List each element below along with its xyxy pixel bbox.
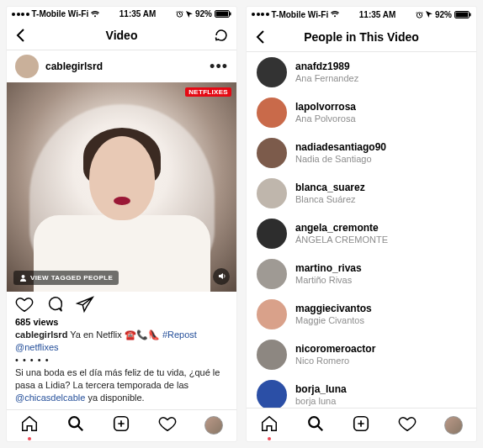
location-icon [426,11,433,18]
svg-rect-10 [470,13,471,16]
page-title: People in This Video [304,30,419,44]
person-username[interactable]: anafdz1989 [295,61,358,73]
video-frame [7,82,236,291]
person-row[interactable]: nicoromeroactorNico Romero [247,335,476,375]
person-fullname: Blanca Suárez [295,194,365,205]
tab-home[interactable] [260,414,279,436]
person-username[interactable]: borja_luna [295,384,347,396]
tab-new-post[interactable] [112,414,130,436]
carrier-label: T-Mobile Wi-Fi [32,9,89,18]
location-icon [186,11,193,18]
back-button[interactable] [13,21,37,50]
tab-profile[interactable] [204,416,223,435]
person-username[interactable]: maggiecivantos [295,303,372,315]
share-button[interactable] [76,295,94,314]
tab-home[interactable] [20,414,39,436]
view-tagged-people-button[interactable]: VIEW TAGGED PEOPLE [13,271,119,285]
person-avatar[interactable] [257,340,287,370]
person-row[interactable]: blanca_suarezBlanca Suárez [247,173,476,213]
video-media[interactable]: NETFLIXES VIEW TAGGED PEOPLE [7,82,236,291]
notification-dot-icon [28,437,31,440]
status-bar: T-Mobile Wi-Fi 11:35 AM 92% [7,7,236,21]
caption-emoji: ☎️📞👠 [125,329,160,340]
more-button[interactable]: ••• [210,58,228,76]
alarm-icon [176,10,183,18]
person-username[interactable]: angela_cremonte [295,223,388,235]
author-username[interactable]: cablegirlsrd [45,61,203,72]
tab-search[interactable] [66,414,85,436]
author-row[interactable]: cablegirlsrd ••• [7,50,236,82]
alarm-icon [416,11,423,18]
signal-icon [252,13,269,16]
caption-username[interactable]: cablegirlsrd [15,329,67,340]
notification-dot-icon [268,437,271,440]
person-username[interactable]: lapolvorrosa [295,102,356,113]
page-title: Video [106,29,138,42]
person-row[interactable]: lapolvorrosaAna Polvorosa [247,92,476,133]
back-button[interactable] [253,22,277,51]
tab-bar [7,409,236,442]
battery-label: 92% [195,9,212,18]
person-row[interactable]: borja_lunaborja luna [247,375,476,408]
carrier-label: T-Mobile Wi-Fi [272,10,329,19]
video-screen: T-Mobile Wi-Fi 11:35 AM 92% Video [7,7,236,441]
person-avatar[interactable] [257,259,287,289]
caption-mention[interactable]: @netflixes [15,342,59,352]
svg-point-11 [309,417,319,427]
tab-activity[interactable] [158,414,177,436]
person-username[interactable]: nadiadesantiago90 [295,142,386,154]
nav-header: People in This Video [247,22,476,52]
battery-icon [215,10,231,18]
svg-rect-9 [456,12,469,17]
person-avatar[interactable] [257,57,287,87]
wifi-icon [331,11,339,18]
caption-mention-2[interactable]: @chicasdelcable [15,393,85,403]
views-count[interactable]: 685 views [7,317,236,329]
nav-header: Video [7,21,236,50]
caption-hashtag[interactable]: #Repost [160,329,197,340]
profile-avatar-icon [204,416,223,435]
profile-avatar-icon [444,416,463,435]
tab-search[interactable] [306,414,325,436]
person-avatar[interactable] [257,138,287,168]
person-row[interactable]: martino_rivasMartiño Rivas [247,254,476,294]
tab-new-post[interactable] [352,414,370,436]
battery-icon [454,11,471,18]
author-avatar[interactable] [15,55,39,78]
person-fullname: ÁNGELA CREMONTE [295,235,388,245]
tab-profile[interactable] [444,416,463,435]
person-avatar[interactable] [257,380,287,408]
person-fullname: Nadia de Santiago [295,154,386,165]
signal-icon [12,13,29,16]
person-row[interactable]: nadiadesantiago90Nadia de Santiago [247,133,476,173]
person-icon [19,274,27,282]
status-bar: T-Mobile Wi-Fi 11:35 AM 92% [247,7,476,22]
view-tagged-label: VIEW TAGGED PEOPLE [30,274,113,282]
person-username[interactable]: blanca_suarez [295,182,365,194]
person-avatar[interactable] [257,178,287,208]
svg-rect-2 [216,12,229,17]
tab-activity[interactable] [398,414,417,436]
netflix-badge: NETFLIXES [185,87,231,97]
person-fullname: Ana Polvorosa [295,113,356,124]
svg-point-4 [22,275,25,278]
person-avatar[interactable] [257,219,287,249]
person-avatar[interactable] [257,98,287,128]
person-avatar[interactable] [257,299,287,329]
comment-button[interactable] [45,295,64,314]
refresh-button[interactable] [206,21,230,50]
person-row[interactable]: angela_cremonteÁNGELA CREMONTE [247,213,476,254]
person-username[interactable]: martino_rivas [295,263,362,275]
person-row[interactable]: maggiecivantosMaggie Civantos [247,294,476,335]
person-row[interactable]: anafdz1989Ana Fernandez [247,52,476,92]
caption-separator: • • • • • [15,355,49,365]
sound-button[interactable] [213,268,230,285]
battery-label: 92% [435,10,452,19]
person-fullname: Ana Fernandez [295,73,358,84]
action-row [7,292,236,318]
person-fullname: Nico Romero [295,356,375,366]
caption[interactable]: cablegirlsrd Ya en Netflix ☎️📞👠 #Repost … [7,329,236,408]
like-button[interactable] [15,295,34,314]
person-fullname: Maggie Civantos [295,315,372,326]
person-username[interactable]: nicoromeroactor [295,344,375,356]
